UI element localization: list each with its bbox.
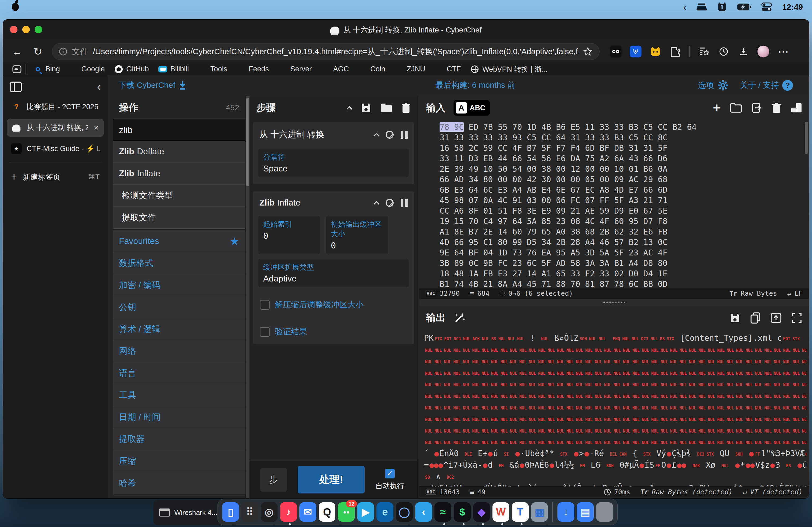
bookmark[interactable]: Tools: [193, 65, 232, 74]
window-titlebar[interactable]: 从 十六进制 转换, Zlib Inflate - CyberChef: [3, 19, 809, 41]
breakpoint-op-icon[interactable]: [401, 199, 408, 207]
downloads-icon[interactable]: [738, 46, 750, 57]
dock-docs-app-icon[interactable]: T: [512, 502, 529, 522]
menu-clock[interactable]: 12:49: [782, 2, 803, 12]
bookmark[interactable]: Feeds: [232, 65, 274, 74]
auto-bake-checkbox-checked[interactable]: ✓: [385, 469, 395, 479]
clear-input-trash-icon[interactable]: [772, 103, 781, 113]
goggles-extension-icon[interactable]: [610, 46, 622, 57]
tab-actions-icon[interactable]: [10, 81, 22, 92]
favourites-category[interactable]: Favourites ★: [113, 230, 245, 252]
settings-ellipsis-icon[interactable]: ⋯: [777, 46, 789, 57]
collapse-recipe-icon[interactable]: [346, 106, 352, 112]
input-textarea[interactable]: 78 9C ED 7B 55 70 1D 4B B6 E5 11 33 33 B…: [419, 120, 809, 288]
dock-wps-office-icon[interactable]: W: [492, 502, 509, 522]
delimiter-select[interactable]: 分隔符 Space: [258, 149, 409, 177]
dock-downloads-folder-icon[interactable]: ↓: [557, 502, 574, 522]
dock-mail-icon[interactable]: ✉: [300, 502, 316, 522]
tab-ctf-misc-guide[interactable]: ⭑ CTF-Misc Guide - ⚡ Luna: [7, 139, 104, 158]
zoom-window-button[interactable]: [35, 26, 42, 33]
disable-op-icon[interactable]: [386, 131, 394, 139]
input-encoding-badge[interactable]: A ABC: [453, 100, 490, 116]
tampermonkey-extension-icon[interactable]: [650, 46, 661, 57]
output-textarea[interactable]: PKETXEOTDC4NULACKNULBSNULNULNUL ! NUL ß¤…: [419, 330, 809, 486]
maximize-output-icon[interactable]: [791, 313, 802, 323]
dock-wechat-icon[interactable]: ●●12: [338, 502, 355, 522]
magic-wand-icon[interactable]: [453, 312, 465, 324]
checkbox-unchecked[interactable]: [260, 327, 270, 337]
operations-search-input[interactable]: zlib: [113, 119, 245, 140]
history-icon[interactable]: [718, 46, 729, 57]
operation-list-item[interactable]: Zlib Deflate: [113, 140, 245, 163]
dock-camera-app-icon[interactable]: ◎: [261, 502, 278, 522]
dock-telegram-icon[interactable]: ▶: [357, 502, 374, 522]
dock-trash-icon[interactable]: [596, 502, 613, 522]
buffer-expansion-select[interactable]: 缓冲区扩展类型 Adaptive: [258, 259, 409, 287]
bake-button[interactable]: 处理!: [298, 466, 365, 494]
collections-icon[interactable]: [698, 46, 710, 57]
operation-list-item[interactable]: Zlib Inflate: [113, 163, 245, 185]
dock-edge-browser-icon[interactable]: e: [376, 502, 393, 522]
dock-remote-desktop-icon[interactable]: ▦: [531, 502, 548, 522]
resize-buffer-checkbox-row[interactable]: 解压缩后调整缓冲区大小: [260, 299, 407, 310]
initial-buffer-size-field[interactable]: 初始输出缓冲区大小 0: [326, 216, 388, 254]
io-resize-handle[interactable]: [419, 299, 809, 306]
back-button[interactable]: ←: [10, 46, 24, 58]
bookmark[interactable]: AGC: [317, 65, 354, 74]
recipe-op-from-hex[interactable]: 从 十六进制 转换 分隔符 Space: [253, 122, 414, 185]
category-item[interactable]: 数据格式: [113, 252, 245, 274]
step-button[interactable]: 步: [260, 468, 287, 492]
dock-terminal-icon[interactable]: $: [454, 502, 471, 522]
bookmark[interactable]: Bilibili: [154, 65, 193, 74]
start-index-field[interactable]: 起始索引 0: [258, 216, 320, 254]
recipe-op-zlib-inflate[interactable]: Zlib Inflate 起始索引 0 初始输出缓冲区大小: [253, 191, 414, 345]
auto-bake-control[interactable]: ✓ 自动执行: [375, 469, 404, 491]
battery-icon[interactable]: [737, 3, 751, 11]
bookmark[interactable]: Bing: [29, 65, 65, 74]
output-encoding-selector[interactable]: TrRaw Bytes (detected): [640, 488, 733, 496]
copy-output-icon[interactable]: [750, 312, 761, 323]
tampermonkey-menu-icon[interactable]: [717, 2, 727, 12]
chevron-left-icon[interactable]: ‹: [683, 2, 686, 12]
options-link[interactable]: 选项: [698, 80, 728, 91]
verify-result-checkbox-row[interactable]: 验证结果: [260, 326, 407, 337]
tab-cyberchef-active[interactable]: 从 十六进制 转换, Zlib I ×: [7, 119, 104, 137]
operations-scrollbar[interactable]: [246, 96, 249, 498]
output-eol-selector[interactable]: ↵VT (detected): [743, 488, 802, 496]
minimize-window-button[interactable]: [22, 26, 30, 33]
reload-button[interactable]: ↻: [31, 45, 45, 58]
disable-op-icon[interactable]: [386, 199, 394, 207]
add-input-tab-icon[interactable]: +: [713, 103, 721, 113]
dock-lens-app-icon[interactable]: ◯: [396, 502, 413, 522]
info-icon[interactable]: [59, 47, 67, 56]
new-tab-button[interactable]: + 新建标签页 ⌘T: [7, 168, 104, 186]
bookmark[interactable]: Server: [274, 65, 317, 74]
dock-qq-icon[interactable]: Q: [319, 502, 336, 522]
open-input-icon[interactable]: [752, 103, 762, 113]
dock-launchpad-icon[interactable]: ⠿: [242, 502, 258, 522]
shield-extension-icon[interactable]: ⛨: [630, 46, 641, 57]
category-item[interactable]: 算术 / 逻辑: [113, 318, 245, 340]
extensions-puzzle-icon[interactable]: [669, 46, 681, 57]
category-item[interactable]: 公钥: [113, 296, 245, 318]
profile-avatar[interactable]: [757, 46, 769, 57]
category-item[interactable]: 哈希: [113, 472, 245, 494]
bookmark[interactable]: WebVPN 转换 | 浙...: [466, 64, 553, 74]
breakpoint-op-icon[interactable]: [401, 131, 408, 139]
dock-music-icon[interactable]: ♪: [280, 502, 297, 522]
close-window-button[interactable]: [10, 26, 17, 33]
favorite-star-icon[interactable]: [583, 47, 592, 56]
bookmark[interactable]: CTF: [430, 65, 466, 74]
control-center-icon[interactable]: [761, 2, 772, 12]
about-support-link[interactable]: 关于 / 支持 ?: [740, 80, 793, 91]
url-text[interactable]: /Users/timmy/Projects/tools/CyberChefCN/…: [93, 46, 578, 57]
collapse-rail-icon[interactable]: ‹: [97, 81, 101, 93]
dock-iphone-mirroring-icon[interactable]: ▯: [222, 502, 239, 522]
bookmark[interactable]: Google: [65, 65, 110, 74]
apple-menu-icon[interactable]: [12, 3, 19, 11]
bookmark[interactable]: ZJNU: [390, 65, 430, 74]
load-recipe-folder-icon[interactable]: [380, 103, 392, 113]
category-item[interactable]: 压缩: [113, 450, 245, 472]
checkbox-unchecked[interactable]: [260, 300, 270, 310]
download-cyberchef-link[interactable]: 下载 CyberChef: [118, 80, 187, 91]
